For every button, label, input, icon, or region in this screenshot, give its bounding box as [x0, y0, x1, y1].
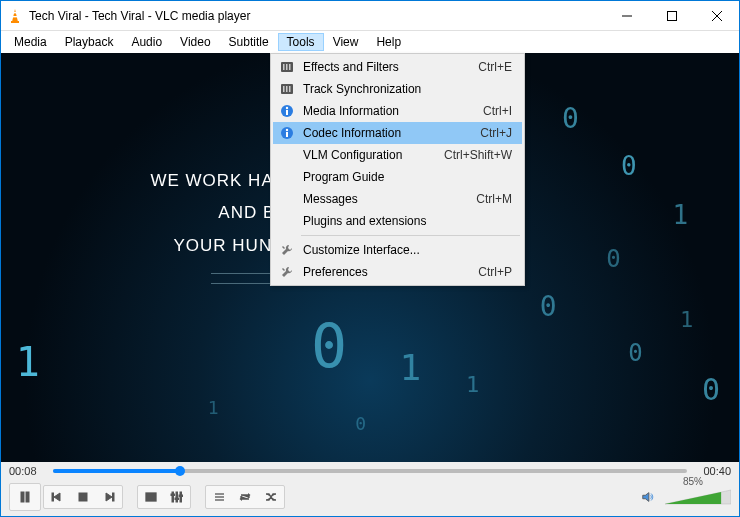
- svg-marker-27: [106, 493, 112, 501]
- svg-rect-26: [79, 493, 87, 501]
- info-icon: [277, 104, 297, 118]
- seek-thumb[interactable]: [175, 466, 185, 476]
- time-current[interactable]: 00:08: [9, 465, 49, 477]
- svg-rect-29: [146, 493, 156, 501]
- bg-digit: 0: [355, 413, 366, 434]
- menuitem-shortcut: Ctrl+P: [478, 265, 518, 279]
- svg-rect-1: [11, 21, 19, 23]
- wrench-icon: [277, 243, 297, 257]
- minimize-button[interactable]: [604, 1, 649, 30]
- bg-digit: 0: [621, 151, 637, 181]
- bg-digit: 1: [208, 397, 219, 418]
- menu-media[interactable]: Media: [5, 33, 56, 51]
- menuitem-label: Plugins and extensions: [297, 214, 512, 228]
- bg-digit: 1: [16, 339, 40, 385]
- svg-rect-21: [286, 132, 288, 137]
- svg-rect-33: [171, 494, 175, 496]
- seek-bar[interactable]: [53, 464, 687, 478]
- menuitem-label: Track Synchronization: [297, 82, 512, 96]
- bg-digit: 0: [628, 339, 642, 367]
- bg-digit: 0: [562, 102, 579, 135]
- menu-help[interactable]: Help: [367, 33, 410, 51]
- speaker-icon: [641, 490, 655, 504]
- tools-dropdown: Effects and FiltersCtrl+ETrack Synchroni…: [270, 53, 525, 286]
- menuitem-label: Customize Interface...: [297, 243, 512, 257]
- menuitem-shortcut: Ctrl+Shift+W: [444, 148, 518, 162]
- menu-view[interactable]: View: [324, 33, 368, 51]
- svg-rect-35: [179, 495, 183, 497]
- svg-rect-34: [175, 498, 179, 500]
- eq-icon: [277, 83, 297, 95]
- wrench-icon: [277, 265, 297, 279]
- playlist-button[interactable]: [206, 486, 232, 508]
- menuitem-label: Codec Information: [297, 126, 480, 140]
- menu-playback[interactable]: Playback: [56, 33, 123, 51]
- menuitem-effects-and-filters[interactable]: Effects and FiltersCtrl+E: [273, 56, 522, 78]
- close-button[interactable]: [694, 1, 739, 30]
- svg-rect-28: [113, 493, 115, 501]
- menuitem-preferences[interactable]: PreferencesCtrl+P: [273, 261, 522, 283]
- bg-digit: 1: [400, 347, 422, 388]
- svg-rect-15: [289, 86, 291, 92]
- bg-digit: 1: [680, 307, 693, 332]
- menuitem-shortcut: Ctrl+J: [480, 126, 518, 140]
- bg-digit: 0: [702, 372, 720, 407]
- pause-button[interactable]: [10, 484, 40, 510]
- menuitem-label: Media Information: [297, 104, 483, 118]
- svg-rect-2: [13, 12, 17, 13]
- mute-button[interactable]: [635, 486, 661, 508]
- previous-button[interactable]: [44, 486, 70, 508]
- svg-rect-23: [26, 492, 29, 502]
- stop-button[interactable]: [70, 486, 96, 508]
- svg-rect-5: [667, 11, 676, 20]
- menuitem-label: Effects and Filters: [297, 60, 478, 74]
- menuitem-label: Messages: [297, 192, 476, 206]
- menuitem-media-information[interactable]: Media InformationCtrl+I: [273, 100, 522, 122]
- bg-digit: 0: [606, 245, 620, 273]
- menuitem-customize-interface[interactable]: Customize Interface...: [273, 239, 522, 261]
- menuitem-shortcut: Ctrl+E: [478, 60, 518, 74]
- maximize-button[interactable]: [649, 1, 694, 30]
- shuffle-button[interactable]: [258, 486, 284, 508]
- extended-settings-button[interactable]: [164, 486, 190, 508]
- menuitem-label: Preferences: [297, 265, 478, 279]
- window-title: Tech Viral - Tech Viral - VLC media play…: [29, 9, 604, 23]
- bg-digit: 0: [540, 290, 557, 323]
- menuitem-vlm-configuration[interactable]: VLM ConfigurationCtrl+Shift+W: [273, 144, 522, 166]
- svg-point-20: [286, 129, 288, 131]
- svg-point-17: [286, 107, 288, 109]
- menuitem-label: VLM Configuration: [297, 148, 444, 162]
- svg-rect-14: [286, 86, 288, 92]
- info-icon: [277, 126, 297, 140]
- menuitem-program-guide[interactable]: Program Guide: [273, 166, 522, 188]
- bg-digit: 1: [673, 200, 689, 230]
- menu-tools[interactable]: Tools: [278, 33, 324, 51]
- bg-digit: 0: [311, 311, 347, 381]
- eq-icon: [277, 61, 297, 73]
- svg-rect-18: [286, 110, 288, 115]
- loop-button[interactable]: [232, 486, 258, 508]
- fullscreen-button[interactable]: [138, 486, 164, 508]
- svg-rect-31: [176, 492, 178, 502]
- menu-video[interactable]: Video: [171, 33, 219, 51]
- menuitem-track-synchronization[interactable]: Track Synchronization: [273, 78, 522, 100]
- menu-subtitle[interactable]: Subtitle: [220, 33, 278, 51]
- menuitem-messages[interactable]: MessagesCtrl+M: [273, 188, 522, 210]
- bg-digit: 1: [466, 372, 479, 397]
- svg-marker-41: [643, 493, 649, 502]
- titlebar: Tech Viral - Tech Viral - VLC media play…: [1, 1, 739, 31]
- svg-rect-13: [283, 86, 285, 92]
- menubar: MediaPlaybackAudioVideoSubtitleToolsView…: [1, 31, 739, 53]
- svg-rect-22: [21, 492, 24, 502]
- menu-audio[interactable]: Audio: [122, 33, 171, 51]
- volume-slider[interactable]: 85%: [665, 488, 731, 506]
- next-button[interactable]: [96, 486, 122, 508]
- svg-rect-11: [289, 64, 291, 70]
- svg-marker-0: [12, 9, 18, 22]
- menu-separator: [301, 235, 520, 236]
- controls-panel: 00:08 00:40: [1, 462, 739, 516]
- menuitem-codec-information[interactable]: Codec InformationCtrl+J: [273, 122, 522, 144]
- menuitem-plugins-and-extensions[interactable]: Plugins and extensions: [273, 210, 522, 232]
- menuitem-shortcut: Ctrl+M: [476, 192, 518, 206]
- svg-rect-9: [283, 64, 285, 70]
